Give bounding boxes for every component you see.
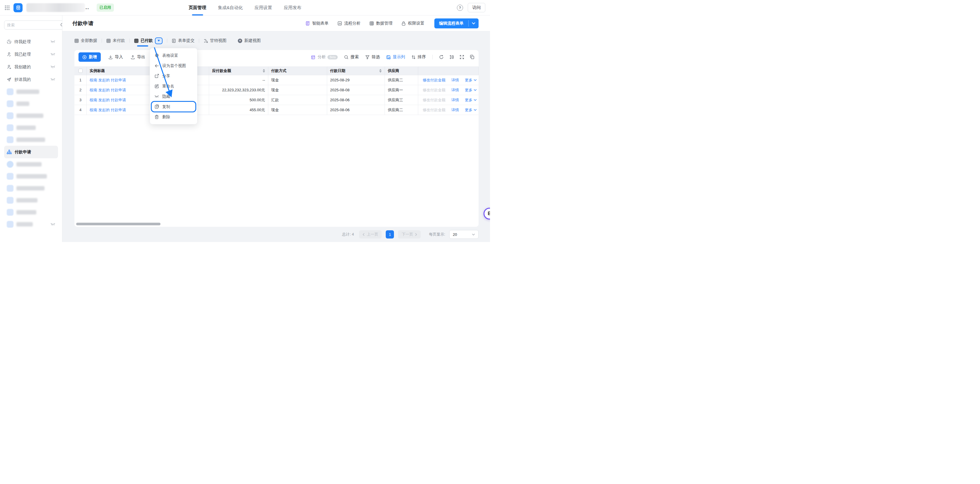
row-more-link[interactable]: 更多 (465, 107, 477, 113)
row-more-link[interactable]: 更多 (465, 87, 477, 93)
new-view-button[interactable]: + 新建视图 (238, 31, 261, 50)
sort-button[interactable]: 排序 (412, 54, 426, 60)
copy-icon[interactable] (470, 55, 474, 59)
tab-page-management[interactable]: 页面管理 (189, 0, 206, 16)
sidebar-search[interactable] (4, 21, 62, 30)
menu-item-share[interactable]: 分享 (150, 71, 197, 81)
smart-form-button[interactable]: 智能表单 (305, 21, 329, 26)
view-tab-paid[interactable]: 已付款 (134, 31, 153, 50)
sidebar-item-blurred[interactable] (4, 110, 58, 122)
column-header-amount[interactable]: 应付款金额 (209, 67, 268, 75)
visit-button[interactable]: 访问 (468, 3, 485, 12)
app-grid-icon[interactable] (5, 5, 10, 10)
row-more-link[interactable]: 更多 (465, 78, 477, 83)
record-title-link[interactable]: 桉南 发起的 付款申请 (90, 107, 126, 113)
detail-link[interactable]: 详情 (451, 78, 459, 83)
eye-closed-icon[interactable] (50, 65, 56, 68)
app-window: .. 已启用 页面管理 集成&自动化 应用设置 应用发布 ? 访问 (0, 0, 490, 242)
sidebar-item-blurred[interactable] (4, 122, 58, 134)
eye-closed-icon[interactable] (50, 40, 56, 43)
sidebar-item-blurred[interactable] (4, 98, 58, 110)
sidebar-item-todo[interactable]: 待我处理 (4, 35, 58, 48)
row-height-icon[interactable] (449, 55, 454, 59)
fullscreen-icon[interactable] (460, 55, 464, 59)
prev-page-button[interactable]: 上一页 (359, 230, 382, 238)
modify-amount-link[interactable]: 修改付款金额 (423, 87, 445, 93)
view-tab-all-data[interactable]: 全部数据 (75, 31, 97, 50)
permission-settings-button[interactable]: 权限设置 (401, 21, 425, 26)
select-all-checkbox[interactable] (78, 69, 83, 73)
horizontal-scrollbar[interactable] (76, 223, 161, 225)
eye-closed-icon[interactable] (50, 78, 56, 81)
next-page-button[interactable]: 下一页 (398, 230, 421, 238)
record-title-link[interactable]: 桉南 发起的 付款申请 (90, 97, 126, 103)
column-header-method[interactable]: 付款方式 (268, 67, 327, 75)
record-title-link[interactable]: 桉南 发起的 付款申请 (90, 87, 126, 93)
sidebar-item-blurred[interactable] (4, 158, 58, 170)
row-more-link[interactable]: 更多 (465, 97, 477, 103)
sidebar-item-blurred[interactable] (4, 182, 58, 194)
data-card: 新增 导入 导出 更多 (75, 50, 479, 227)
sidebar-item-blurred[interactable] (4, 206, 58, 218)
menu-item-duplicate[interactable]: 复制 (151, 102, 196, 112)
new-record-button[interactable]: 新增 (78, 52, 101, 62)
export-button[interactable]: 导出 (130, 54, 145, 60)
sidebar-item-cc[interactable]: 抄送我的 (4, 73, 58, 86)
menu-item-rename[interactable]: 重命名 (150, 81, 197, 91)
table-header-row: 实例标题 应付款金额 付款方式 付款日期 供应商 (75, 67, 479, 75)
analyze-button[interactable]: 分析 Beta (311, 54, 338, 60)
data-table: 实例标题 应付款金额 付款方式 付款日期 供应商 1 桉南 发起的 付款申请 -… (75, 67, 479, 115)
tab-app-publish[interactable]: 应用发布 (284, 0, 301, 16)
page-size-label: 每页显示: (429, 232, 445, 237)
sidebar-item-blurred[interactable] (4, 134, 58, 146)
modify-amount-link[interactable]: 修改付款金额 (423, 107, 445, 113)
search-button[interactable]: 搜索 (344, 54, 359, 60)
menu-item-table-settings[interactable]: 表格设置 (150, 50, 197, 60)
view-tab-dropdown-caret[interactable] (155, 38, 162, 44)
sidebar-item-blurred[interactable] (4, 170, 58, 182)
view-tab-unpaid[interactable]: 未付款 (106, 31, 125, 50)
view-tab-form-submit[interactable]: 表单提交 (172, 31, 194, 50)
sidebar-item-blurred[interactable] (4, 86, 58, 98)
sidebar-item-payment-request[interactable]: 付款申请 (4, 146, 58, 158)
detail-link[interactable]: 详情 (451, 87, 459, 93)
sidebar-item-processed[interactable]: 我已处理 (4, 48, 58, 60)
sidebar-item-blurred[interactable] (4, 218, 58, 230)
tab-integration-automation[interactable]: 集成&自动化 (218, 0, 243, 16)
sidebar-item-created[interactable]: 我创建的 (4, 60, 58, 73)
eye-closed-icon[interactable] (50, 53, 56, 56)
show-columns-button[interactable]: 显示列 (386, 54, 405, 60)
top-nav: 页面管理 集成&自动化 应用设置 应用发布 (189, 0, 301, 16)
modify-amount-link[interactable]: 修改付款金额 (423, 78, 445, 83)
search-input[interactable] (7, 23, 59, 27)
eye-closed-icon[interactable] (50, 223, 56, 226)
menu-item-hide[interactable]: 隐藏 (150, 91, 197, 102)
detail-link[interactable]: 详情 (451, 107, 459, 113)
tab-app-settings[interactable]: 应用设置 (255, 0, 272, 16)
sidebar-item-blurred[interactable] (4, 194, 58, 206)
gear-icon (154, 53, 159, 58)
filter-button[interactable]: 筛选 (365, 54, 380, 60)
import-button[interactable]: 导入 (108, 54, 123, 60)
edit-flow-form-caret[interactable] (469, 18, 479, 29)
view-tab-label: 表单提交 (178, 38, 194, 43)
column-header-date[interactable]: 付款日期 (327, 67, 385, 75)
sort-arrows-icon[interactable] (263, 69, 265, 73)
refresh-icon[interactable] (439, 55, 444, 59)
help-icon[interactable]: ? (457, 5, 463, 11)
menu-item-delete[interactable]: 删除 (150, 112, 197, 122)
detail-link[interactable]: 详情 (451, 97, 459, 103)
app-name-blurred (26, 3, 85, 12)
data-management-button[interactable]: 数据管理 (369, 21, 393, 26)
record-title-link[interactable]: 桉南 发起的 付款申请 (90, 78, 126, 83)
edit-flow-form-button[interactable]: 编辑流程表单 (434, 18, 468, 29)
column-header-supplier[interactable]: 供应商 (385, 67, 418, 75)
menu-item-set-first-view[interactable]: 设为首个视图 (150, 60, 197, 71)
current-page-button[interactable]: 1 (386, 230, 394, 238)
flow-analysis-button[interactable]: 流程分析 (337, 21, 361, 26)
sort-arrows-icon[interactable] (379, 69, 382, 73)
modify-amount-link[interactable]: 修改付款金额 (423, 97, 445, 103)
view-tab-gantt[interactable]: 甘特视图 (204, 31, 226, 50)
supplier-cell: 供应商三 (385, 95, 418, 105)
page-size-select[interactable]: 20 (449, 230, 479, 239)
